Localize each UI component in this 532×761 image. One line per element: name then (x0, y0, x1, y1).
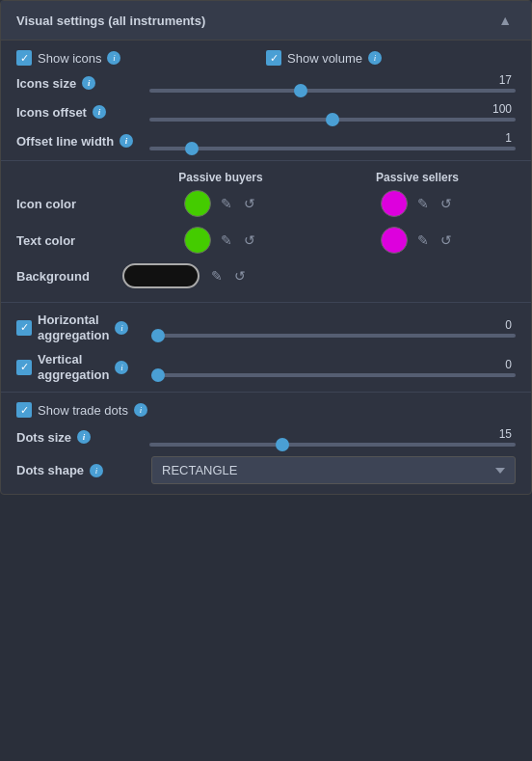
icons-size-label: Icons size i (16, 76, 142, 91)
vertical-agg-label: Verticalaggregation (38, 352, 109, 382)
buyers-icon-color-cell: ✎ ↺ (122, 190, 319, 217)
checkboxes-row: ✓ Show icons i ✓ Show volume i (16, 50, 516, 66)
show-icons-checkbox[interactable]: ✓ (16, 50, 32, 66)
background-swatch[interactable] (122, 263, 200, 288)
icons-offset-row: Icons offset i 100 (16, 102, 516, 122)
offset-line-width-slider-wrap: 1 (149, 131, 516, 150)
icons-offset-info-icon: i (93, 105, 106, 119)
icons-offset-slider[interactable] (149, 118, 516, 122)
sellers-text-color-swatch[interactable] (381, 227, 408, 254)
passive-sellers-header: Passive sellers (319, 171, 516, 184)
show-volume-checkbox[interactable]: ✓ (266, 50, 281, 66)
offset-line-width-label: Offset line width i (16, 134, 142, 149)
text-color-label: Text color (16, 233, 122, 248)
aggregation-section: ✓ Horizontalaggregation i 0 ✓ Verticalag… (1, 303, 531, 393)
offset-line-width-row: Offset line width i 1 (16, 131, 516, 150)
sellers-text-eyedropper-button[interactable]: ✎ (415, 231, 431, 250)
dots-size-slider-wrap: 15 (149, 427, 516, 447)
horizontal-agg-checkbox[interactable]: ✓ (16, 320, 32, 336)
top-section: ✓ Show icons i ✓ Show volume i Icons siz… (1, 41, 531, 161)
icons-size-row: Icons size i 17 (16, 73, 516, 93)
horizontal-agg-info-icon: i (115, 321, 128, 335)
dots-shape-select[interactable]: RECTANGLE CIRCLE TRIANGLE DIAMOND (151, 456, 516, 484)
background-reset-button[interactable]: ↺ (232, 266, 248, 285)
horizontal-agg-slider-wrap: 0 (151, 318, 516, 338)
show-volume-info-icon: i (368, 51, 382, 65)
dots-shape-row: Dots shape i RECTANGLE CIRCLE TRIANGLE D… (16, 456, 516, 484)
horizontal-aggregation-row: ✓ Horizontalaggregation i 0 (16, 313, 516, 342)
vertical-agg-info-icon: i (115, 361, 128, 374)
sellers-text-reset-button[interactable]: ↺ (439, 231, 454, 250)
dots-shape-info-icon: i (90, 464, 103, 477)
horizontal-agg-slider[interactable] (151, 334, 516, 338)
icons-size-slider-wrap: 17 (149, 73, 516, 93)
dots-size-info-icon: i (77, 430, 91, 444)
passive-buyers-header: Passive buyers (122, 171, 319, 184)
horizontal-agg-label-wrap: ✓ Horizontalaggregation i (16, 313, 151, 342)
text-color-row: Text color ✎ ↺ ✎ ↺ (16, 227, 516, 254)
sellers-text-color-cell: ✎ ↺ (319, 227, 516, 254)
icon-color-label: Icon color (16, 197, 122, 211)
background-row: Background ✎ ↺ (16, 263, 516, 288)
show-volume-label: Show volume (287, 51, 362, 66)
dots-size-label: Dots size i (16, 430, 142, 445)
sellers-icon-color-swatch[interactable] (381, 190, 408, 217)
sellers-icon-eyedropper-button[interactable]: ✎ (415, 194, 431, 213)
offset-line-width-info-icon: i (120, 134, 133, 148)
icon-color-row: Icon color ✎ ↺ ✎ ↺ (16, 190, 516, 217)
buyers-icon-eyedropper-button[interactable]: ✎ (219, 194, 234, 213)
background-eyedropper-button[interactable]: ✎ (209, 266, 225, 285)
icons-size-info-icon: i (82, 76, 95, 90)
show-trade-dots-info-icon: i (134, 403, 147, 417)
buyers-icon-reset-button[interactable]: ↺ (242, 194, 257, 213)
show-trade-dots-checkbox[interactable]: ✓ (16, 402, 32, 418)
vertical-aggregation-row: ✓ Verticalaggregation i 0 (16, 352, 516, 382)
icons-offset-label: Icons offset i (16, 105, 142, 120)
buyers-icon-color-swatch[interactable] (184, 190, 211, 217)
show-icons-group: ✓ Show icons i (16, 50, 266, 66)
background-actions: ✎ ↺ (209, 266, 248, 285)
dots-shape-label: Dots shape (16, 463, 84, 477)
show-icons-label: Show icons (38, 51, 101, 66)
show-icons-info-icon: i (107, 51, 120, 65)
sellers-icon-reset-button[interactable]: ↺ (439, 194, 454, 213)
buyers-text-color-cell: ✎ ↺ (122, 227, 319, 254)
horizontal-agg-label: Horizontalaggregation (38, 313, 109, 342)
vertical-agg-slider[interactable] (151, 373, 516, 377)
show-trade-dots-label: Show trade dots (38, 403, 128, 418)
buyers-text-color-swatch[interactable] (184, 227, 211, 254)
show-trade-dots-row: ✓ Show trade dots i (16, 402, 516, 418)
background-label: Background (16, 269, 122, 284)
color-table-headers: Passive buyers Passive sellers (16, 171, 516, 184)
vertical-agg-label-wrap: ✓ Verticalaggregation i (16, 352, 151, 382)
vertical-agg-slider-wrap: 0 (151, 358, 516, 377)
trade-dots-section: ✓ Show trade dots i Dots size i 15 Dots … (1, 393, 531, 494)
dots-shape-label-wrap: Dots shape i (16, 463, 151, 477)
color-table-section: Passive buyers Passive sellers Icon colo… (1, 161, 531, 303)
show-volume-group: ✓ Show volume i (266, 50, 516, 66)
buyers-text-eyedropper-button[interactable]: ✎ (219, 231, 234, 250)
visual-settings-panel: Visual settings (all instruments) ▲ ✓ Sh… (0, 0, 532, 495)
dots-size-row: Dots size i 15 (16, 427, 516, 447)
offset-line-width-slider[interactable] (149, 147, 516, 150)
panel-header: Visual settings (all instruments) ▲ (1, 1, 531, 41)
sellers-icon-color-cell: ✎ ↺ (319, 190, 516, 217)
collapse-button[interactable]: ▲ (494, 11, 516, 30)
panel-title: Visual settings (all instruments) (16, 14, 205, 28)
dots-size-slider[interactable] (149, 443, 516, 447)
vertical-agg-checkbox[interactable]: ✓ (16, 360, 32, 375)
icons-size-slider[interactable] (149, 89, 516, 93)
buyers-text-reset-button[interactable]: ↺ (242, 231, 257, 250)
icons-offset-slider-wrap: 100 (149, 102, 516, 122)
